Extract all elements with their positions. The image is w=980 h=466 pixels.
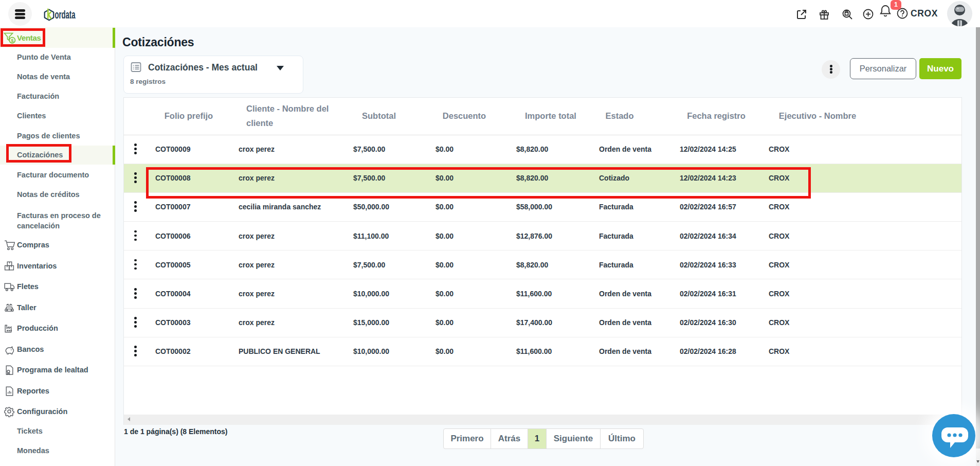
svg-text:ordata: ordata xyxy=(55,9,76,21)
